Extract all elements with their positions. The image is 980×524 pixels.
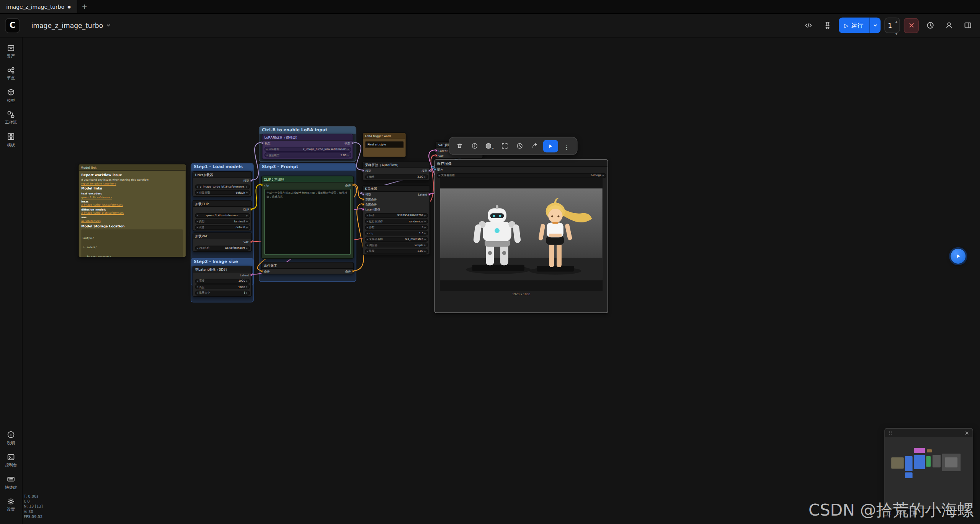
model-download-link[interactable]: z_image_turbo_lora.safetensors: [81, 203, 122, 207]
minimap[interactable]: [884, 428, 973, 509]
note-lora-trigger[interactable]: LoRA trigger word Pixel art style: [363, 132, 406, 157]
port-conditioning-output[interactable]: 条件: [345, 183, 352, 186]
widget-vae-name[interactable]: vae名称ae.safetensors: [195, 245, 250, 250]
report-issue-link[interactable]: report template issue here: [81, 182, 116, 185]
info-button[interactable]: [468, 139, 481, 153]
workflow-tab[interactable]: image_z_image_turbo ●: [0, 0, 78, 13]
port-dot[interactable]: [435, 149, 438, 152]
port-dot[interactable]: [250, 180, 253, 182]
port-dot[interactable]: [428, 169, 431, 172]
widget-height[interactable]: 高度1088: [195, 284, 250, 289]
widget-clip-device[interactable]: 设备default: [195, 225, 250, 230]
port-image-input[interactable]: 图片: [436, 168, 443, 171]
port-model-input[interactable]: 模型: [364, 169, 371, 172]
port-vae-input[interactable]: vae: [438, 154, 444, 157]
collapse-button[interactable]: [498, 139, 511, 153]
port-vae-output[interactable]: VAE: [243, 240, 250, 243]
model-download-link[interactable]: ae.safetensors: [81, 219, 100, 223]
sidebar-item-console[interactable]: 控制台: [5, 453, 17, 468]
port-dot[interactable]: [261, 270, 263, 273]
run-selected-button[interactable]: [543, 140, 558, 152]
workflow-selector[interactable]: image_z_image_turbo: [26, 19, 116, 32]
widget-lora-name[interactable]: lora名称z_image_turbo_lora.safetensors: [264, 147, 351, 152]
batch-count-stepper[interactable]: 1: [884, 18, 900, 33]
port-dot[interactable]: [352, 184, 354, 186]
new-tab-button[interactable]: +: [78, 0, 91, 13]
widget-cfg[interactable]: cfg1.0: [365, 230, 428, 235]
node-clip-text-encode[interactable]: CLIP文本编码 clip 条件 生成一个女孩与机器人模型手办的展示图，摄影棚灰…: [261, 176, 354, 259]
port-model-output[interactable]: 模型: [421, 169, 428, 172]
group-title[interactable]: Step3 - Prompt: [260, 164, 356, 171]
color-picker-button[interactable]: [483, 139, 496, 153]
widget-seed[interactable]: 种子932895490638799: [365, 213, 428, 218]
node-title[interactable]: CLIP文本编码: [262, 176, 353, 182]
widget-filename-prefix[interactable]: 文件名前缀z-image: [436, 173, 606, 178]
node-conditioning-zero-out[interactable]: 条件归零 条件 条件: [261, 262, 354, 274]
port-clip-output[interactable]: CLIP: [243, 208, 250, 211]
node-ksampler[interactable]: K采样器 模型 Latent 正面条件 负面条件 Latent图像 种子9328…: [363, 185, 430, 255]
history-button[interactable]: [923, 18, 938, 33]
port-latent-input[interactable]: Latent图像: [364, 208, 380, 211]
generated-image-preview[interactable]: [440, 178, 602, 291]
minimap-options-icon[interactable]: [888, 430, 893, 435]
sidebar-item-shortcuts[interactable]: 快捷键: [5, 475, 17, 490]
node-title[interactable]: UNet加载器: [193, 172, 251, 178]
port-conditioning-output[interactable]: 条件: [345, 269, 352, 273]
port-clip-input[interactable]: clip: [263, 183, 269, 186]
port-negative-input[interactable]: 负面条件: [364, 203, 377, 206]
port-dot[interactable]: [250, 208, 253, 211]
execute-history-button[interactable]: [513, 139, 526, 153]
sidebar-item-nodes[interactable]: 节点: [7, 66, 15, 81]
port-dot[interactable]: [352, 270, 354, 273]
stepper-buttons[interactable]: [895, 13, 898, 38]
node-empty-latent[interactable]: 空Latent图像（SD3） Latent 宽度1920 高度1088 批量大小…: [193, 266, 252, 297]
port-dot[interactable]: [434, 168, 436, 171]
port-model-input[interactable]: 模型: [364, 193, 371, 196]
cancel-run-button[interactable]: [904, 18, 919, 33]
run-button[interactable]: 运行: [838, 18, 869, 33]
node-save-image[interactable]: 保存图像 图片 文件名前缀z-image: [434, 159, 608, 313]
port-latent-output[interactable]: Latent: [418, 193, 428, 196]
floating-run-button[interactable]: [951, 249, 965, 264]
node-title[interactable]: 空Latent图像（SD3）: [193, 266, 251, 273]
api-button[interactable]: [801, 18, 816, 33]
port-model-output[interactable]: 模型: [345, 142, 351, 145]
node-model-sampling[interactable]: 采样算法（AuraFlow） 模型 模型 偏移3.00: [363, 161, 430, 181]
run-options-button[interactable]: [870, 18, 880, 33]
more-options-button[interactable]: [560, 139, 573, 153]
port-dot[interactable]: [261, 184, 263, 186]
delete-button[interactable]: [453, 139, 466, 153]
port-dot[interactable]: [351, 142, 354, 145]
step-down-icon[interactable]: [895, 26, 898, 38]
sidebar-item-workflows[interactable]: 工作流: [5, 110, 17, 126]
group-title[interactable]: Step2 - Image size: [191, 259, 253, 266]
node-title[interactable]: LoRA加载器（仅模型）: [263, 134, 353, 140]
bypass-button[interactable]: [528, 139, 541, 153]
widget-sampler-name[interactable]: 采样器名称res_multistep: [365, 237, 428, 242]
widget-control-after-generate[interactable]: 运行后操作randomize: [365, 219, 428, 224]
note-model-link[interactable]: Model link Report workflow issue If you …: [78, 164, 186, 258]
minimap-canvas[interactable]: [885, 437, 973, 508]
widget-denoise[interactable]: 降噪1.00: [365, 248, 428, 253]
node-title[interactable]: 条件归零: [262, 263, 353, 269]
port-positive-input[interactable]: 正面条件: [364, 198, 377, 201]
widget-clip-name[interactable]: qwen_3_4b.safetensors: [195, 213, 250, 218]
prompt-textarea[interactable]: 生成一个女孩与机器人模型手办的展示图，摄影棚灰色背景，细节精致，质感真实: [265, 189, 351, 255]
graph-canvas[interactable]: Step1 - Load models Step2 - Image size C…: [0, 0, 980, 524]
node-lora-loader[interactable]: LoRA加载器（仅模型） 模型 模型 lora名称z_image_turbo_l…: [262, 134, 353, 159]
port-conditioning-input[interactable]: 条件: [263, 269, 270, 273]
widget-weight-dtype[interactable]: 权重类型default: [195, 190, 250, 195]
widget-strength-model[interactable]: 强度模型1.00: [264, 152, 351, 157]
port-dot[interactable]: [362, 208, 364, 211]
user-button[interactable]: [941, 18, 956, 33]
port-dot[interactable]: [250, 274, 253, 276]
widget-scheduler[interactable]: 调度器simple: [365, 242, 428, 247]
port-dot[interactable]: [362, 203, 364, 206]
step-up-icon[interactable]: [895, 13, 898, 25]
node-title[interactable]: 加载VAE: [193, 233, 251, 239]
widget-shift[interactable]: 偏移3.00: [365, 174, 428, 179]
port-latent-input[interactable]: Latent: [438, 149, 448, 152]
group-title[interactable]: Ctrl-B to enable LoRA input: [260, 127, 356, 134]
port-dot[interactable]: [435, 154, 438, 157]
port-dot[interactable]: [428, 193, 431, 196]
